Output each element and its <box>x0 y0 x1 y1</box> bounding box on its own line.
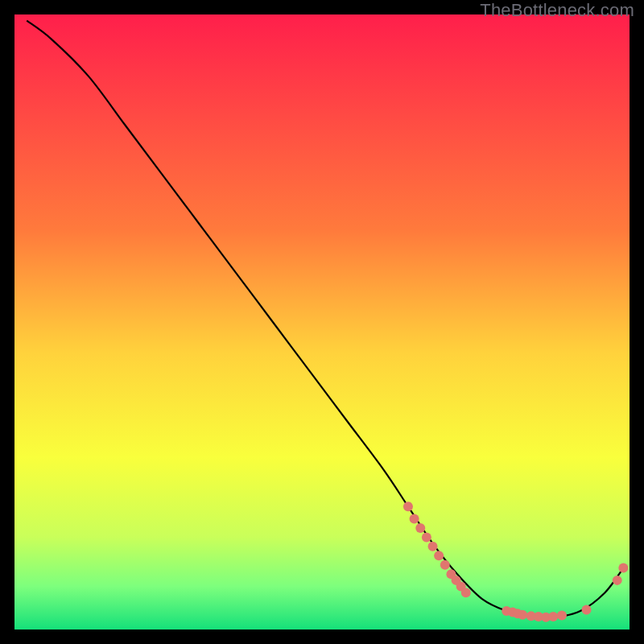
highlight-dot <box>548 612 558 621</box>
highlight-dot <box>403 502 413 511</box>
highlight-dot <box>613 576 622 585</box>
plot-background <box>14 14 630 630</box>
highlight-dot <box>440 560 450 570</box>
highlight-dot <box>422 532 431 542</box>
bottleneck-chart <box>0 0 644 644</box>
highlight-dot <box>461 588 471 597</box>
highlight-dot <box>557 610 567 620</box>
highlight-dot <box>428 542 438 551</box>
highlight-dot <box>518 610 527 620</box>
highlight-dot <box>415 523 425 533</box>
highlight-dot <box>434 551 444 560</box>
highlight-dot <box>582 605 592 615</box>
highlight-dot <box>410 514 419 523</box>
highlight-dot <box>618 564 628 573</box>
chart-container: TheBottleneck.com <box>0 0 644 644</box>
watermark-text: TheBottleneck.com <box>480 0 634 21</box>
